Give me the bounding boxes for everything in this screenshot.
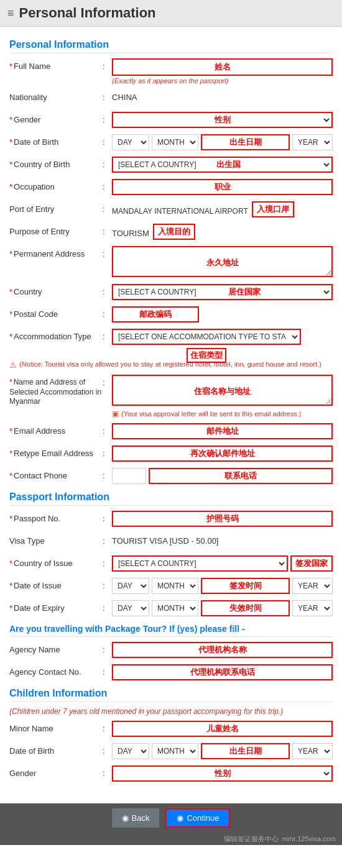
label-postal-code: *Postal Code bbox=[9, 306, 103, 320]
dob-month-select[interactable]: MONTH bbox=[152, 134, 198, 150]
row-gender: *Gender : MALE FEMALE 性别 bbox=[9, 112, 333, 129]
country-select[interactable]: [SELECT A COUNTRY] bbox=[112, 284, 333, 300]
purpose-entry-chinese: 入境目的 bbox=[153, 224, 195, 240]
label-country-birth: *Country of Birth bbox=[9, 157, 103, 170]
expiry-month-select[interactable]: MONTH bbox=[152, 600, 198, 616]
children-notice: (Children under 7 years old mentioned in… bbox=[9, 707, 333, 716]
label-children-dob: Date of Birth bbox=[9, 743, 103, 757]
notice-triangle-icon: ⚠ bbox=[9, 360, 17, 370]
label-passport-no: *Passport No. bbox=[9, 511, 103, 524]
expiry-year-input[interactable] bbox=[201, 600, 290, 616]
label-country-issue: *Country of Issue bbox=[9, 555, 103, 569]
header-icon: ≡ bbox=[7, 7, 14, 20]
row-children-dob: Date of Birth : DAY MONTH 出生日期 YEAR bbox=[9, 743, 333, 761]
row-permanent-address: *Permanent Address : 永久地址 bbox=[9, 246, 333, 279]
row-date-issue: *Date of Issue : DAY MONTH 签发时间 Y bbox=[9, 578, 333, 595]
issue-day-select[interactable]: DAY bbox=[112, 578, 149, 594]
row-contact-phone: *Contact Phone : 联系电话 bbox=[9, 468, 333, 485]
passport-no-input[interactable] bbox=[112, 511, 333, 527]
retype-email-input[interactable] bbox=[112, 445, 333, 462]
issue-year-input[interactable] bbox=[201, 578, 290, 594]
child-gender-select[interactable]: MALE FEMALE bbox=[112, 765, 333, 782]
expiry-year-select[interactable]: YEAR bbox=[292, 600, 333, 616]
country-birth-select[interactable]: [SELECT A COUNTRY] bbox=[112, 157, 333, 173]
row-email: *Email Address : 邮件地址 bbox=[9, 423, 333, 441]
row-retype-email: *Retype Email Address : 再次确认邮件地址 bbox=[9, 445, 333, 463]
label-permanent-address: *Permanent Address bbox=[9, 246, 103, 260]
port-entry-value: MANDALAY INTERNATIONAL AIRPORT bbox=[112, 204, 248, 216]
row-full-name: *Full Name : 姓名 (Exactly as it appears o… bbox=[9, 58, 333, 85]
back-button[interactable]: ◉ Back bbox=[112, 808, 160, 828]
page-title: Personal Information bbox=[19, 5, 156, 21]
dob-day-select[interactable]: DAY bbox=[112, 134, 149, 150]
nationality-value: CHINA bbox=[112, 89, 333, 102]
dob-year-input[interactable] bbox=[201, 134, 290, 150]
accommodation-type-select[interactable]: [SELECT ONE ACCOMMODATION TYPE TO STA bbox=[112, 329, 301, 345]
agency-name-input[interactable] bbox=[112, 642, 333, 658]
child-dob-month-select[interactable]: MONTH bbox=[152, 743, 198, 759]
row-children-gender: Gender : MALE FEMALE 性别 bbox=[9, 765, 333, 783]
label-accommodation-name: *Name and Address of Selected Accommodat… bbox=[9, 375, 103, 407]
label-children-gender: Gender bbox=[9, 765, 103, 779]
postal-code-input[interactable] bbox=[112, 306, 199, 322]
expiry-day-select[interactable]: DAY bbox=[112, 600, 149, 616]
row-occupation: *Occupation : 职业 bbox=[9, 179, 333, 196]
section-package-title: Are you travelling with Package Tour? If… bbox=[9, 624, 333, 637]
row-accommodation-type: *Accommodation Type : [SELECT ONE ACCOMM… bbox=[9, 329, 333, 370]
country-issue-select[interactable]: [SELECT A COUNTRY] bbox=[112, 555, 288, 572]
child-dob-day-select[interactable]: DAY bbox=[112, 743, 149, 759]
row-country: *Country : [SELECT A COUNTRY] 居住国家 bbox=[9, 284, 333, 301]
continue-icon: ◉ bbox=[177, 813, 183, 823]
phone-number-input[interactable] bbox=[149, 468, 333, 484]
label-agency-contact: Agency Contact No. bbox=[9, 664, 103, 678]
label-full-name: *Full Name bbox=[9, 58, 103, 72]
label-date-expiry: *Date of Expiry bbox=[9, 600, 103, 614]
dob-year-select[interactable]: YEAR bbox=[292, 134, 333, 150]
section-passport: Passport Information *Passport No. : 护照号… bbox=[9, 491, 333, 618]
row-agency-contact: Agency Contact No. : 代理机构联系电话 bbox=[9, 664, 333, 682]
row-purpose-entry: Purpose of Entry : TOURISM 入境目的 bbox=[9, 224, 333, 241]
gender-select[interactable]: MALE FEMALE bbox=[112, 112, 333, 128]
label-dob: *Date of Birth bbox=[9, 134, 103, 148]
label-accommodation-type: *Accommodation Type bbox=[9, 329, 103, 342]
agency-contact-input[interactable] bbox=[112, 664, 333, 680]
minor-name-input[interactable] bbox=[112, 721, 333, 737]
row-minor-name: Minor Name : 儿童姓名 bbox=[9, 721, 333, 738]
row-passport-no: *Passport No. : 护照号码 bbox=[9, 511, 333, 528]
label-occupation: *Occupation bbox=[9, 179, 103, 193]
issue-year-select[interactable]: YEAR bbox=[292, 578, 333, 594]
child-dob-year-select[interactable]: YEAR bbox=[292, 743, 333, 759]
row-port-entry: Port of Entry : MANDALAY INTERNATIONAL A… bbox=[9, 201, 333, 219]
row-country-issue: *Country of Issue : [SELECT A COUNTRY] 签… bbox=[9, 555, 333, 573]
row-accommodation-name: *Name and Address of Selected Accommodat… bbox=[9, 375, 333, 418]
row-postal-code: *Postal Code : 邮政编码 bbox=[9, 306, 333, 324]
full-name-input[interactable] bbox=[112, 58, 333, 76]
section-passport-title: Passport Information bbox=[9, 491, 333, 506]
row-country-birth: *Country of Birth : [SELECT A COUNTRY] 出… bbox=[9, 157, 333, 174]
continue-button[interactable]: ◉ Continue bbox=[165, 808, 230, 828]
occupation-input[interactable] bbox=[112, 179, 333, 195]
email-notice-text: ▣ (Your visa approval letter will be sen… bbox=[112, 409, 333, 418]
watermark-bar: 编辑签证服务中心 mmr.125visa.com bbox=[0, 833, 342, 845]
label-email: *Email Address bbox=[9, 423, 103, 437]
row-nationality: Nationality : CHINA bbox=[9, 89, 333, 107]
label-date-issue: *Date of Issue bbox=[9, 578, 103, 592]
label-purpose-entry: Purpose of Entry bbox=[9, 224, 103, 237]
email-input[interactable] bbox=[112, 423, 333, 439]
watermark-text: 编辑签证服务中心 mmr.125visa.com bbox=[224, 835, 336, 843]
child-dob-year-input[interactable] bbox=[201, 743, 290, 759]
accommodation-name-textarea[interactable] bbox=[112, 375, 333, 406]
row-date-expiry: *Date of Expiry : DAY MONTH 失效时间 bbox=[9, 600, 333, 618]
back-icon: ◉ bbox=[122, 813, 129, 823]
label-retype-email: *Retype Email Address bbox=[9, 445, 103, 459]
phone-country-input[interactable] bbox=[112, 468, 146, 484]
purpose-entry-value: TOURISM bbox=[112, 226, 149, 238]
accommodation-notice: ⚠ (Notice: Tourist visa only allowed you… bbox=[9, 360, 321, 370]
visa-type-value: TOURIST VISA [USD - 50.00] bbox=[112, 533, 333, 546]
permanent-address-textarea[interactable] bbox=[112, 246, 333, 277]
page-header: ≡ Personal Information bbox=[0, 0, 342, 27]
issue-month-select[interactable]: MONTH bbox=[152, 578, 198, 594]
label-contact-phone: *Contact Phone bbox=[9, 468, 103, 482]
label-gender: *Gender bbox=[9, 112, 103, 126]
section-children-title: Children Information bbox=[9, 688, 333, 702]
